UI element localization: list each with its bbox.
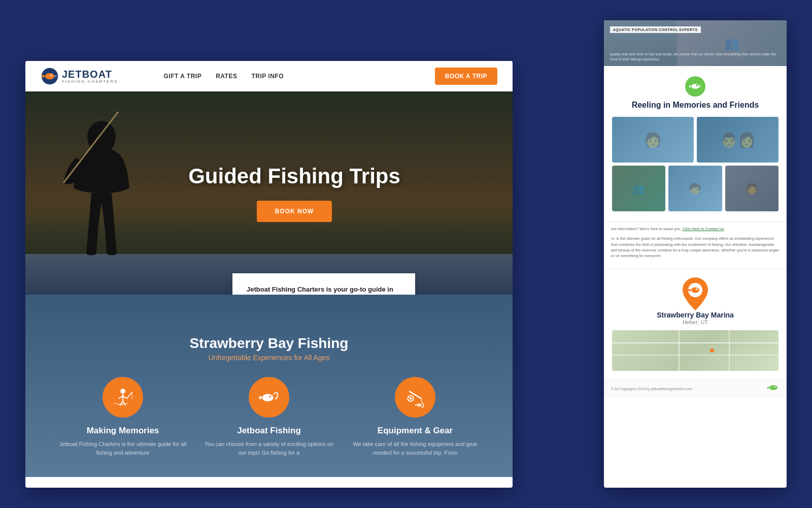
photo-person-1: 🧑 [612, 117, 694, 163]
features-section-sub: Unforgettable Experiences for All Ages [46, 354, 492, 362]
right-top-text: quality rods and reels to bait and tackl… [610, 52, 781, 62]
footer-fish-svg [767, 384, 780, 392]
feature-desc-jetboat: You can choose from a variety of excitin… [202, 440, 336, 457]
features-grid: Making Memories Jetboat Fishing Charters… [46, 377, 492, 457]
svg-line-12 [127, 392, 132, 399]
nav-bar: JETBOAT FISHING CHARTERS GIFT A TRIP RAT… [25, 61, 513, 91]
svg-line-9 [123, 396, 127, 399]
footer-copyright: © All Copyrights 2023 by jetboatfishingc… [611, 387, 692, 391]
jetboat-fish-icon [259, 387, 279, 407]
svg-point-6 [120, 389, 125, 394]
feature-desc-equipment: We take care of all the fishing equipmen… [348, 440, 482, 457]
hero-title: Guided Fishing Trips [188, 164, 400, 188]
making-memories-icon [103, 377, 143, 418]
svg-line-21 [421, 398, 422, 403]
memories-title: Reeling in Memories and Friends [612, 101, 779, 110]
photos-grid-row2: 👥 🧒 🧑 [612, 166, 779, 211]
photo-4: 🧒 [668, 166, 722, 211]
hero-silhouette [56, 112, 147, 295]
photo-person-3: 👥 [612, 166, 665, 211]
right-about-section: ore information? We're here to assist yo… [604, 221, 787, 269]
svg-point-1 [45, 73, 54, 80]
person-icon-2: 👨‍👩 [720, 132, 756, 148]
nav-rates[interactable]: RATES [216, 73, 237, 80]
right-top-image: 👥 AQUATIC POPULATION CONTROL EXPERTS qua… [604, 20, 787, 66]
svg-point-16 [270, 396, 271, 397]
svg-point-32 [775, 387, 775, 387]
feature-title-jetboat: Jetboat Fishing [202, 426, 336, 436]
map-road-h2 [612, 355, 779, 356]
fish-svg [689, 82, 701, 90]
photo-2: 👨‍👩 [697, 117, 779, 163]
photo-5: 🧑 [725, 166, 779, 211]
svg-point-14 [262, 394, 273, 401]
map-location-dot [710, 348, 714, 353]
feature-title-equipment: Equipment & Gear [348, 426, 482, 436]
nav-gift-a-trip[interactable]: GIFT A TRIP [164, 73, 202, 80]
svg-point-17 [275, 398, 277, 399]
book-a-trip-button[interactable]: BOOK A TRIP [435, 68, 497, 85]
brand-name: JETBOAT [62, 69, 118, 80]
photo-person-5: 🧑 [725, 166, 779, 211]
right-about-text: ore information? We're here to assist yo… [611, 226, 780, 232]
person-icon-4: 🧒 [689, 182, 701, 195]
fishing-rod-icon [405, 387, 425, 407]
right-about-body: rs. is the ultimate guide for all fishin… [611, 236, 780, 259]
location-name: Strawberry Bay Marina [612, 311, 779, 319]
intro-box: Jetboat Fishing Charters is your go-to g… [232, 273, 415, 295]
location-pin-icon [683, 277, 708, 308]
map-road-h1 [612, 342, 779, 343]
svg-point-25 [697, 85, 697, 85]
person-icon-3: 👥 [632, 182, 645, 195]
location-sub: Heber, UT [612, 319, 779, 325]
photo-person-2: 👨‍👩 [697, 117, 779, 163]
svg-point-27 [691, 288, 699, 293]
feature-desc-memories: Jetboat Fishing Charters is the ultimate… [56, 440, 190, 457]
svg-point-3 [51, 75, 52, 75]
svg-point-22 [417, 403, 422, 406]
nav-links: GIFT A TRIP RATES TRIP INFO [164, 73, 420, 80]
photo-person-4: 🧒 [668, 166, 722, 211]
svg-point-29 [697, 289, 698, 290]
right-location-section: Strawberry Bay Marina Heber, UT [604, 269, 787, 379]
fishing-person-icon [113, 387, 133, 407]
photos-grid-row1: 🧑 👨‍👩 [612, 117, 779, 163]
people-placeholder: 👥 [724, 36, 739, 50]
map-road-v2 [729, 330, 730, 371]
features-section-title: Strawberry Bay Fishing [46, 335, 492, 352]
nav-trip-info[interactable]: TRIP INFO [251, 73, 284, 80]
right-panel-card: 👥 AQUATIC POPULATION CONTROL EXPERTS qua… [604, 20, 787, 488]
intro-text: Jetboat Fishing Charters is your go-to g… [247, 284, 401, 295]
right-top-badge: AQUATIC POPULATION CONTROL EXPERTS [610, 26, 701, 33]
feature-jetboat-fishing: Jetboat Fishing You can choose from a va… [202, 377, 336, 457]
hero-section: Guided Fishing Trips BOOK NOW Jetboat Fi… [25, 91, 513, 295]
feature-making-memories: Making Memories Jetboat Fishing Charters… [56, 377, 190, 457]
right-memories-section: Reeling in Memories and Friends 🧑 👨‍👩 [604, 66, 787, 221]
person-icon-5: 🧑 [746, 182, 758, 195]
main-website-card: JETBOAT FISHING CHARTERS GIFT A TRIP RAT… [25, 61, 513, 488]
features-section: Strawberry Bay Fishing Unforgettable Exp… [25, 295, 513, 477]
svg-point-20 [410, 397, 412, 400]
hero-content: Guided Fishing Trips BOOK NOW [188, 164, 400, 222]
jetboat-icon [249, 377, 289, 418]
book-now-button[interactable]: BOOK NOW [257, 201, 332, 222]
feature-title-memories: Making Memories [56, 426, 190, 436]
logo-area: JETBOAT FISHING CHARTERS [41, 67, 118, 85]
green-fish-icon [685, 76, 705, 97]
svg-point-30 [769, 385, 777, 390]
photo-1: 🧑 [612, 117, 694, 163]
equipment-icon [395, 377, 435, 418]
right-footer: © All Copyrights 2023 by jetboatfishingc… [604, 379, 787, 398]
map-roads [612, 330, 779, 371]
svg-point-23 [691, 84, 699, 89]
person-icon-1: 🧑 [644, 132, 662, 148]
feature-equipment: Equipment & Gear We take care of all the… [348, 377, 482, 457]
map-road-v1 [679, 330, 680, 371]
contact-link[interactable]: Click Here to Contact Us [683, 227, 724, 231]
brand-sub: FISHING CHARTERS [62, 80, 118, 84]
logo-fish-icon [41, 67, 59, 85]
map-pin-svg [683, 277, 708, 310]
svg-line-8 [119, 396, 123, 399]
logo-text: JETBOAT FISHING CHARTERS [62, 69, 118, 84]
map-area [612, 330, 779, 371]
